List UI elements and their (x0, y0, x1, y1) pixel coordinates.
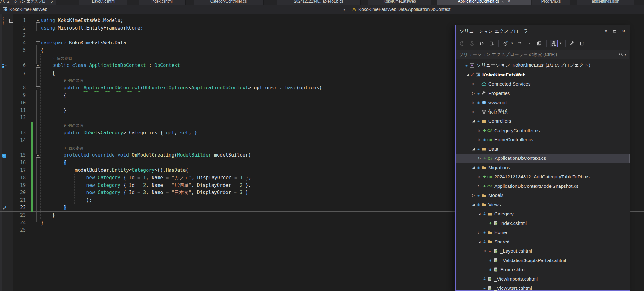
code-text[interactable]: modelBuilder.Entity<Category>().HasData( (41, 167, 189, 174)
code-text[interactable]: new Category { Id = 3, Name = "日本食", Dis… (41, 189, 248, 197)
code-text[interactable]: public ApplicationDbContext(DbContextOpt… (41, 84, 322, 92)
collapse-arrow-icon[interactable]: ◢ (471, 203, 476, 207)
expand-arrow-icon[interactable]: ▷ (471, 110, 476, 114)
maximize-icon[interactable] (612, 28, 618, 34)
project-selector[interactable]: KokoKimeEatsWeb (3, 5, 47, 14)
sync-with-active-document-icon[interactable] (516, 40, 523, 47)
document-tab--layout-cshtml[interactable]: _Layout.cshtml (79, 0, 127, 5)
new-view-icon[interactable] (536, 40, 543, 47)
expand-arrow-icon[interactable]: ▷ (471, 92, 476, 95)
tree-item--viewimports-cshtml[interactable]: @_ViewImports.cshtml (456, 274, 630, 284)
chevron-down-icon[interactable]: ▼ (343, 5, 346, 14)
collapse-arrow-icon[interactable]: ◢ (471, 147, 476, 151)
document-tab-applicationdbcontext-cs[interactable]: ApplicationDbContext.cs✕ (437, 0, 531, 5)
braces-nav-icon[interactable]: { }↗ (0, 17, 13, 25)
tree-item-applicationdbcontextmodelsnapshot-cs[interactable]: ▷C#ApplicationDbContextModelSnapshot.cs (456, 182, 630, 191)
tree-item-connected-services[interactable]: ▷Connected Services (456, 79, 630, 89)
code-text[interactable]: public DbSet<Category> Categories { get;… (41, 129, 197, 137)
tree-item-kokokimeeatsweb[interactable]: ◢KokoKimeEatsWeb (456, 70, 630, 80)
expand-arrow-icon[interactable]: ▷ (483, 249, 488, 253)
code-text[interactable]: new Category { Id = 1, Name = "カフェ", Dis… (41, 174, 251, 182)
collapse-arrow-icon[interactable]: ◢ (471, 165, 476, 170)
tree-item-category[interactable]: ◢Category (456, 209, 630, 219)
drag-handle[interactable] (538, 30, 598, 32)
search-input[interactable]: ソリューション エクスプローラー の検索 (Ctrl+;) ▼ (456, 50, 629, 59)
show-all-files-icon[interactable] (550, 40, 558, 47)
tree-item-views[interactable]: ◢Views (456, 200, 630, 210)
expand-arrow-icon[interactable]: ▷ (471, 193, 476, 197)
code-text[interactable]: protected override void OnModelCreating(… (41, 152, 251, 159)
back-icon[interactable] (459, 40, 466, 47)
tree-item-properties[interactable]: ▷Properties (456, 89, 630, 98)
document-tab-appsettings-json[interactable]: appsettings.json (577, 0, 634, 5)
codelens-references[interactable]: 0 個の参照 (41, 122, 83, 129)
codelens-references[interactable]: 0 個の参照 (41, 144, 83, 152)
tree-item-applicationdbcontext-cs[interactable]: ▷C#ApplicationDbContext.cs (456, 154, 630, 163)
search-icon[interactable] (619, 52, 623, 58)
expand-arrow-icon[interactable]: ▷ (477, 129, 482, 132)
code-text[interactable]: { (41, 159, 66, 167)
collapse-all-icon[interactable] (526, 40, 533, 47)
collapse-arrow-icon[interactable]: ◢ (471, 119, 476, 123)
tree-item-home[interactable]: ▷Home (456, 228, 630, 237)
pin-icon[interactable] (501, 0, 505, 3)
chevron-down-icon[interactable]: ▼ (511, 42, 514, 45)
tree-item--validationscriptspartial-cshtml[interactable]: @_ValidationScriptsPartial.cshtml (456, 256, 630, 265)
code-text[interactable]: namespace KokoKimeEatsWeb.Data (41, 39, 126, 47)
document-tab-202412121348-abletodb-cs[interactable]: 202412121348...ableToDb.cs (277, 0, 361, 5)
code-text[interactable]: ); (41, 197, 92, 204)
override-icon[interactable]: ○↑ (0, 152, 13, 159)
code-text[interactable]: public class ApplicationDbContext : DbCo… (41, 62, 180, 70)
forward-icon[interactable] (469, 40, 475, 47)
chevron-down-icon[interactable]: ▼ (624, 53, 627, 56)
fold-collapse-icon[interactable]: − (35, 84, 41, 92)
code-text[interactable]: } (41, 219, 44, 227)
collapse-arrow-icon[interactable]: ◢ (477, 212, 482, 216)
solution-explorer-titlebar[interactable]: ソリューション エクスプローラー ▼ ✕ (456, 25, 630, 37)
collapse-arrow-icon[interactable]: ◢ (477, 240, 482, 244)
code-text[interactable]: } (41, 107, 66, 115)
code-text[interactable]: { (41, 47, 44, 54)
expand-arrow-icon[interactable]: ▷ (471, 82, 476, 86)
expand-arrow-icon[interactable]: ▷ (477, 184, 482, 188)
tree-item-controllers[interactable]: ◢Controllers (456, 116, 630, 126)
expand-arrow-icon[interactable]: ▷ (477, 175, 482, 178)
tree-item-migrations[interactable]: ◢Migrations (456, 163, 630, 172)
code-text[interactable]: } (41, 204, 66, 212)
code-text[interactable]: new Category { Id = 2, Name = "居酒屋", Dis… (41, 182, 251, 189)
tree-item--kokokimeeats-1-1-[interactable]: ソリューション 'KokoKimeEats' (1/1 のプロジェクト) (456, 61, 630, 70)
fold-collapse-icon[interactable]: − (35, 62, 41, 70)
tree-item-homecontroller-cs[interactable]: ▷C#HomeController.cs (456, 135, 630, 144)
collapse-arrow-icon[interactable]: ◢ (465, 73, 470, 77)
expand-arrow-icon[interactable]: ▷ (471, 101, 476, 104)
type-selector[interactable]: KokoKimeEatsWeb.Data.ApplicationDbContex… (352, 5, 450, 14)
preview-selected-items-icon[interactable] (579, 40, 586, 47)
tree-item--viewstart-cshtml[interactable]: @_ViewStart.cshtml (456, 283, 630, 291)
expand-arrow-icon[interactable]: ▷ (477, 156, 482, 160)
code-text[interactable]: using Microsoft.EntityFrameworkCore; (41, 25, 143, 32)
tree-item-models[interactable]: ▷Models (456, 191, 630, 200)
code-text[interactable]: { (41, 70, 55, 77)
home-icon[interactable] (478, 40, 485, 47)
codelens-references[interactable]: 5 個の参照 (41, 54, 72, 62)
chevron-down-icon[interactable]: ▼ (559, 42, 562, 45)
tree-item-data[interactable]: ◢Data (456, 144, 630, 154)
codelens-references[interactable]: 0 個の参照 (41, 77, 83, 84)
document-tab-kokokimeeatsweb[interactable]: KokoKimeEatsWeb (368, 0, 431, 5)
expand-arrow-icon[interactable]: ▷ (477, 138, 482, 141)
tree-item-error-cshtml[interactable]: @Error.cshtml (456, 265, 630, 274)
document-tab-index-cshtml[interactable]: Index.cshtml (139, 0, 186, 5)
properties-icon[interactable] (569, 40, 576, 47)
tree-item-20241212134812-addcategorytabletodb-cs[interactable]: ▷C#20241212134812_AddCategoryTableToDb.c… (456, 172, 630, 182)
code-text[interactable]: } (41, 212, 55, 219)
document-tab-program-cs[interactable]: Program.cs (532, 0, 570, 5)
tree-item--layout-cshtml[interactable]: ▷@_Layout.cshtml (456, 246, 630, 256)
fold-collapse-icon[interactable]: − (35, 39, 41, 47)
close-icon[interactable]: ✕ (621, 28, 626, 34)
expand-arrow-icon[interactable]: ▷ (477, 231, 482, 234)
tree-item-wwwroot[interactable]: ▷wwwroot (456, 98, 630, 107)
screwdriver-icon[interactable] (0, 204, 13, 212)
switch-views-icon[interactable] (488, 40, 495, 47)
code-text[interactable]: { (41, 92, 66, 99)
inherit-icon[interactable]: IO↑ (0, 62, 13, 70)
